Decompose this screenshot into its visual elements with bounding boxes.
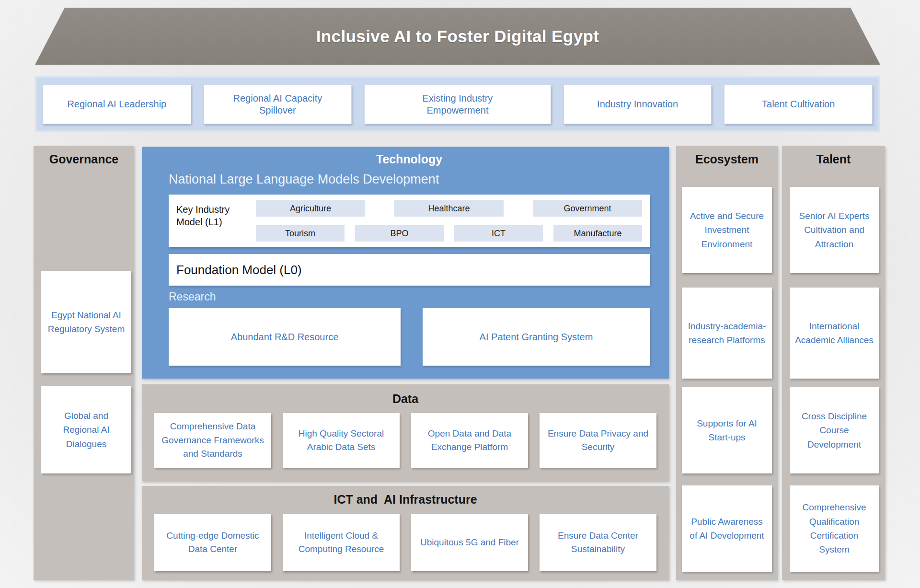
page-title: Inclusive AI to Foster Digital Egypt <box>316 27 599 46</box>
technology-section: Technology National Large Language Model… <box>142 147 669 379</box>
diagram-canvas: Inclusive AI to Foster Digital Egypt Reg… <box>0 0 920 588</box>
talent-column: Talent Senior AI Experts Cultivation and… <box>782 146 885 580</box>
chip-bpo: BPO <box>355 225 444 242</box>
chip-tourism: Tourism <box>256 225 345 242</box>
talent-card-international-alliances: International Academic Alliances <box>790 288 879 379</box>
goal-regional-ai-leadership: Regional AI Leadership <box>43 85 191 124</box>
data-section: Data Comprehensive Data Governance Frame… <box>142 384 669 481</box>
governance-card-global-dialogues: Global and Regional AI Dialogues <box>41 386 131 473</box>
goals-strip: Regional AI Leadership Regional AI Capac… <box>35 76 880 132</box>
talent-card-senior-ai-experts: Senior AI Experts Cultivation and Attrac… <box>790 187 879 273</box>
ecosystem-card-public-awareness: Public Awareness of AI Development <box>682 485 772 572</box>
ict-card-intelligent-cloud: Intelligent Cloud & Computing Resource <box>283 514 400 571</box>
industry-chip-row-2: Tourism BPO ICT Manufacture <box>256 225 642 242</box>
ict-card-data-center-sustainability: Ensure Data Center Sustainability <box>540 514 656 571</box>
nllm-development-label: National Large Language Models Developme… <box>169 172 650 187</box>
ecosystem-card-investment-environment: Active and Secure Investment Environment <box>682 187 772 273</box>
data-card-privacy-security: Ensure Data Privacy and Security <box>540 413 656 468</box>
talent-card-cross-discipline-courses: Cross Discipline Course Development <box>790 387 879 473</box>
goal-talent-cultivation: Talent Cultivation <box>724 85 873 124</box>
key-industry-model-box: Key Industry Model (L1) Agriculture Heal… <box>169 195 650 247</box>
ecosystem-card-ai-startups: Supports for AI Start-ups <box>682 387 772 473</box>
chip-healthcare: Healthcare <box>394 200 504 217</box>
data-cards-row: Comprehensive Data Governance Frameworks… <box>154 413 656 468</box>
governance-header: Governance <box>34 146 134 166</box>
governance-column: Governance Egypt National AI Regulatory … <box>34 146 134 580</box>
research-row: Abundant R&D Resource AI Patent Granting… <box>169 308 650 366</box>
goal-regional-ai-capacity-spillover: Regional AI Capacity Spillover <box>204 85 352 124</box>
ecosystem-card-industry-academia-research: Industry-academia-research Platforms <box>682 288 772 379</box>
research-card-ai-patent: AI Patent Granting System <box>423 308 650 366</box>
key-industry-model-label: Key Industry Model (L1) <box>176 200 249 242</box>
research-card-rd-resource: Abundant R&D Resource <box>169 308 401 366</box>
ict-cards-row: Cutting-edge Domestic Data Center Intell… <box>154 514 656 571</box>
ict-card-domestic-data-center: Cutting-edge Domestic Data Center <box>154 514 271 571</box>
data-card-governance-frameworks: Comprehensive Data Governance Frameworks… <box>154 413 271 468</box>
industry-chip-row-1: Agriculture Healthcare Government <box>256 200 642 217</box>
technology-header: Technology <box>169 152 650 166</box>
ict-card-5g-fiber: Ubiquitous 5G and Fiber <box>411 514 528 571</box>
ecosystem-column: Ecosystem Active and Secure Investment E… <box>676 146 778 580</box>
talent-card-qualification-certification: Comprehensive Qualification Certificatio… <box>790 485 879 572</box>
industry-chips: Agriculture Healthcare Government Touris… <box>256 200 642 242</box>
ecosystem-header: Ecosystem <box>676 146 778 166</box>
foundation-model-box: Foundation Model (L0) <box>169 254 650 286</box>
title-banner: Inclusive AI to Foster Digital Egypt <box>35 8 880 65</box>
governance-card-regulatory-system: Egypt National AI Regulatory System <box>41 271 131 373</box>
data-header: Data <box>154 392 656 406</box>
chip-agriculture: Agriculture <box>256 200 365 217</box>
goal-industry-innovation: Industry Innovation <box>564 85 712 124</box>
goal-existing-industry-empowerment: Existing Industry Empowerment <box>364 85 551 124</box>
chip-ict: ICT <box>454 225 543 242</box>
talent-header: Talent <box>782 146 885 166</box>
data-card-arabic-data-sets: High Quality Sectoral Arabic Data Sets <box>283 413 400 468</box>
ict-header: ICT and AI Infrastructure <box>154 493 656 507</box>
chip-manufacture: Manufacture <box>553 225 642 242</box>
chip-government: Government <box>533 200 642 217</box>
data-card-open-data-platform: Open Data and Data Exchange Platform <box>411 413 528 468</box>
ict-infrastructure-section: ICT and AI Infrastructure Cutting-edge D… <box>142 486 669 580</box>
research-label: Research <box>169 290 650 303</box>
